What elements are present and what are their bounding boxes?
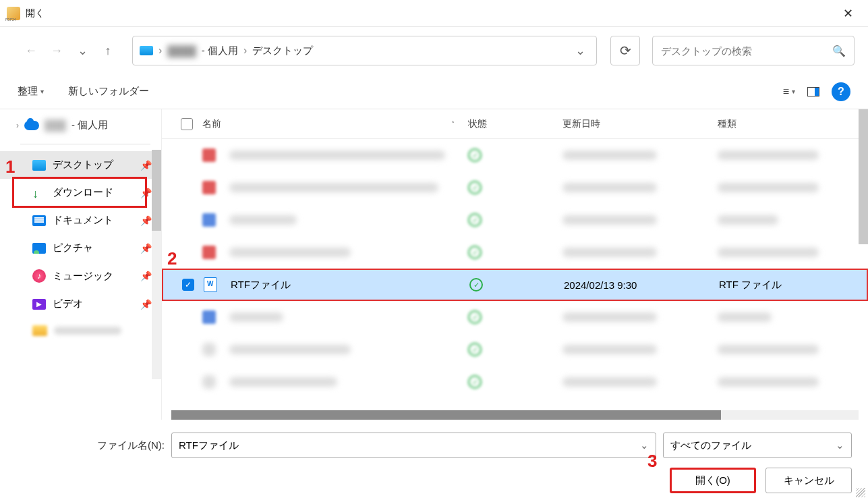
- filename-input[interactable]: RTFファイル ⌄: [171, 433, 656, 458]
- filename-label: ファイル名(N):: [97, 439, 165, 452]
- search-icon[interactable]: 🔍: [832, 45, 846, 57]
- open-button[interactable]: 開く(O): [670, 468, 756, 493]
- sidebar-item-downloads[interactable]: ↓ ダウンロード 📌: [0, 179, 161, 206]
- file-row-blurred[interactable]: ✓: [162, 139, 868, 171]
- organize-button[interactable]: 整理 ▾: [18, 85, 44, 98]
- divider: [20, 144, 150, 144]
- blurred-text: [54, 327, 121, 335]
- annotation-2: 2: [167, 248, 177, 269]
- sidebar-item-blurred[interactable]: [0, 318, 161, 343]
- sidebar-item-music[interactable]: ♪ ミュージック 📌: [0, 262, 161, 290]
- scrollbar-thumb[interactable]: [152, 150, 161, 231]
- resize-grip[interactable]: [856, 488, 865, 497]
- chevron-down-icon: ▾: [40, 88, 44, 95]
- file-row-selected[interactable]: ✓ RTFファイル ✓ 2024/02/13 9:30 RTF ファイル: [162, 269, 868, 301]
- sidebar-item-label: ミュージック: [53, 270, 113, 283]
- music-icon: ♪: [32, 269, 46, 283]
- file-row-blurred[interactable]: ✓: [162, 204, 868, 236]
- sidebar-item-documents[interactable]: ドキュメント 📌: [0, 206, 161, 234]
- cloud-icon: [24, 121, 39, 130]
- new-folder-button[interactable]: 新しいフォルダー: [68, 85, 149, 98]
- breadcrumb-seg-personal[interactable]: - 個人用: [202, 45, 238, 57]
- file-row-blurred[interactable]: ✓: [162, 333, 868, 366]
- scrollbar-thumb[interactable]: [171, 410, 721, 420]
- sidebar-item-label: ピクチャ: [53, 242, 93, 254]
- help-button[interactable]: ?: [832, 82, 850, 101]
- close-button[interactable]: ✕: [834, 0, 861, 27]
- list-icon: ≡: [783, 86, 789, 98]
- column-checkbox[interactable]: [171, 118, 202, 130]
- file-icon: [202, 213, 216, 227]
- file-list: 名前 ˄ 状態 更新日時 種類 ✓ ✓ ✓: [162, 109, 868, 420]
- file-row-blurred[interactable]: ✓: [162, 366, 868, 398]
- search-input[interactable]: [661, 45, 832, 57]
- sidebar-item-desktop[interactable]: デスクトップ 📌: [0, 151, 161, 179]
- footer: ファイル名(N): RTFファイル ⌄ すべてのファイル ⌄ 開く(O) キャン…: [0, 419, 868, 500]
- checkbox-checked[interactable]: ✓: [182, 279, 194, 291]
- navbar: ← → ⌄ ↑ › ████ - 個人用 › デスクトップ ⌄ ⟳ 🔍: [0, 27, 868, 74]
- pin-icon: 📌: [140, 271, 152, 281]
- file-name: RTFファイル: [231, 279, 291, 291]
- address-dropdown-icon[interactable]: ⌄: [571, 43, 589, 58]
- filter-label: すべてのファイル: [670, 439, 751, 452]
- status-ok-icon: ✓: [468, 213, 482, 227]
- column-name-label: 名前: [202, 118, 221, 130]
- app-icon: [7, 7, 20, 20]
- status-ok-icon: ✓: [468, 343, 482, 356]
- tree-user-blur: ███: [45, 119, 66, 131]
- breadcrumb-sep-icon: ›: [158, 45, 162, 57]
- file-icon: [202, 181, 216, 194]
- recent-dropdown[interactable]: ⌄: [71, 40, 93, 61]
- sort-indicator-icon: ˄: [451, 120, 455, 128]
- picture-icon: [32, 243, 46, 254]
- pin-icon: 📌: [140, 160, 152, 171]
- chevron-right-icon: ›: [16, 121, 19, 130]
- new-folder-label: 新しいフォルダー: [68, 85, 149, 98]
- file-icon: [202, 148, 216, 162]
- tree-root-onedrive[interactable]: › ███ - 個人用: [0, 113, 161, 137]
- sidebar-item-videos[interactable]: ▶ ビデオ 📌: [0, 290, 161, 318]
- file-date: 2024/02/13 9:30: [564, 279, 637, 291]
- column-status[interactable]: 状態: [468, 118, 562, 130]
- breadcrumb-seg-user[interactable]: ████: [167, 45, 196, 57]
- folder-icon: [32, 325, 47, 336]
- column-name[interactable]: 名前 ˄: [202, 118, 468, 130]
- pin-icon: 📌: [140, 243, 152, 254]
- sidebar-scrollbar[interactable]: [152, 150, 161, 379]
- preview-pane-button[interactable]: [807, 87, 819, 96]
- forward-button[interactable]: →: [46, 40, 67, 61]
- search-box[interactable]: 🔍: [652, 36, 855, 65]
- file-row-blurred[interactable]: ✓: [162, 236, 868, 269]
- breadcrumb-sep-icon: ›: [243, 45, 247, 57]
- status-ok-icon: ✓: [469, 278, 483, 291]
- view-mode-button[interactable]: ≡ ▾: [783, 86, 795, 98]
- annotation-1: 1: [5, 157, 15, 177]
- filelist-vscrollbar[interactable]: [859, 109, 868, 244]
- cancel-button[interactable]: キャンセル: [765, 468, 852, 493]
- back-button[interactable]: ←: [20, 40, 42, 61]
- file-row-blurred[interactable]: ✓: [162, 171, 868, 204]
- file-icon: [202, 310, 216, 324]
- sidebar-item-pictures[interactable]: ピクチャ 📌: [0, 234, 161, 262]
- column-date[interactable]: 更新日時: [562, 118, 718, 130]
- file-type-filter[interactable]: すべてのファイル ⌄: [663, 433, 852, 458]
- rtf-file-icon: [204, 277, 217, 292]
- file-type: RTF ファイル: [719, 279, 782, 290]
- file-row-blurred[interactable]: ✓: [162, 301, 868, 333]
- file-icon: [202, 375, 216, 389]
- chevron-down-icon[interactable]: ⌄: [836, 439, 844, 451]
- video-icon: ▶: [32, 299, 46, 310]
- status-ok-icon: ✓: [468, 246, 482, 259]
- column-type[interactable]: 種類: [718, 118, 868, 130]
- breadcrumb-seg-desktop[interactable]: デスクトップ: [252, 45, 313, 57]
- up-button[interactable]: ↑: [97, 40, 119, 61]
- status-ok-icon: ✓: [468, 310, 482, 324]
- refresh-button[interactable]: ⟳: [610, 36, 640, 65]
- titlebar: 開く ✕: [0, 0, 868, 27]
- preview-icon: [807, 87, 819, 96]
- pin-icon: 📌: [140, 188, 152, 198]
- filelist-hscrollbar[interactable]: [171, 410, 859, 420]
- chevron-down-icon[interactable]: ⌄: [640, 439, 649, 451]
- main-area: › ███ - 個人用 デスクトップ 📌 ↓ ダウンロード 📌 ドキュメント 📌…: [0, 109, 868, 420]
- address-bar[interactable]: › ████ - 個人用 › デスクトップ ⌄: [132, 36, 597, 65]
